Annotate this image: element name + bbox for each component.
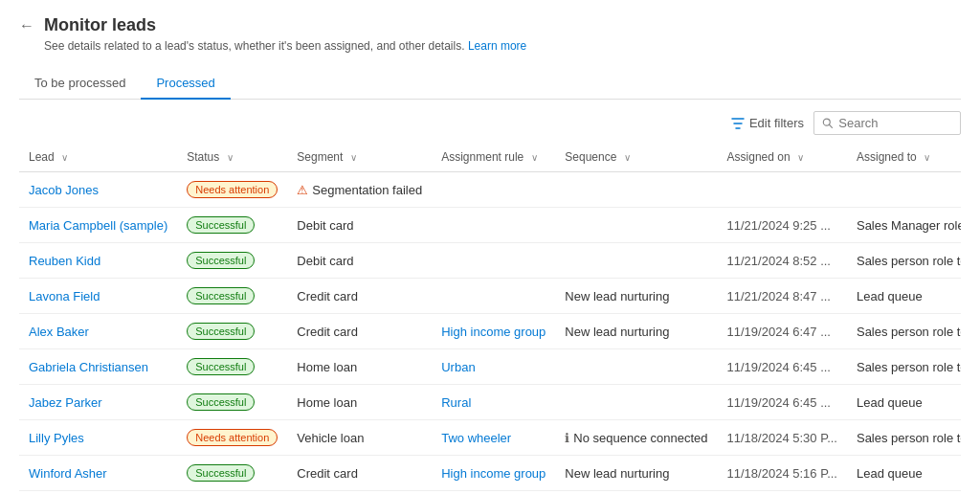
table-row: Maria Campbell (sample)SuccessfulDebit c… [19, 208, 961, 243]
search-icon [822, 117, 833, 129]
assigned-to-cell: Sales person role team [847, 349, 961, 385]
assigned-to-cell: Sales Manager role te... [847, 208, 961, 243]
assignment-rule-cell: High income group [432, 314, 555, 349]
svg-line-1 [829, 124, 832, 127]
learn-more-link[interactable]: Learn more [468, 39, 526, 53]
sequence-cell [555, 349, 717, 385]
search-box [813, 111, 961, 135]
segment-text: Credit card [287, 279, 432, 314]
status-badge: Successful [187, 323, 255, 340]
sort-icon-assigned-on: ∨ [797, 152, 804, 163]
status-badge: Successful [187, 287, 255, 304]
lead-link[interactable]: Jacob Jones [29, 183, 99, 197]
sequence-cell [555, 208, 717, 243]
status-badge: Needs attention [187, 181, 278, 198]
sort-icon-lead: ∨ [61, 152, 68, 163]
assigned-on-cell: 11/18/2024 5:30 P... [718, 420, 847, 456]
table-row: Lavona FieldSuccessfulCredit cardNew lea… [19, 279, 961, 314]
status-badge: Successful [187, 216, 255, 234]
sequence-cell: New lead nurturing [555, 456, 717, 491]
assignment-rule-cell: Urban [432, 349, 555, 385]
segment-text: Credit card [287, 314, 432, 349]
status-badge: Successful [187, 358, 255, 375]
sequence-cell [555, 172, 717, 208]
assigned-on-cell [718, 491, 847, 495]
assigned-to-cell: Lead queue [847, 279, 961, 314]
leads-table: Lead ∨ Status ∨ Segment ∨ Assignment rul… [19, 143, 961, 494]
table-header-row: Lead ∨ Status ∨ Segment ∨ Assignment rul… [19, 143, 961, 172]
page-header: ← Monitor leads [19, 15, 961, 35]
col-header-assigned-to[interactable]: Assigned to ∨ [847, 143, 961, 172]
col-header-assigned-on[interactable]: Assigned on ∨ [718, 143, 847, 172]
page-title: Monitor leads [44, 15, 156, 35]
segment-cell: ⚠Segmentation failed [287, 172, 432, 208]
col-header-lead[interactable]: Lead ∨ [19, 143, 177, 172]
segment-text: Debit card [287, 208, 432, 243]
back-button[interactable]: ← [19, 17, 34, 34]
assigned-to-cell [847, 172, 961, 208]
table-row: Alex BakerSuccessfulCredit cardHigh inco… [19, 314, 961, 349]
assigned-on-cell: 11/21/2024 8:52 ... [718, 243, 847, 279]
segment-text: Vehicle loan [287, 420, 432, 456]
sort-icon-assigned-to: ∨ [924, 152, 930, 163]
sort-icon-sequence: ∨ [624, 152, 631, 163]
assignment-rule-cell [432, 172, 555, 208]
table-row: Gabriela ChristiansenSuccessfulHome loan… [19, 349, 961, 385]
assigned-on-cell: 11/21/2024 9:25 ... [718, 208, 847, 243]
lead-link[interactable]: Lilly Pyles [29, 431, 84, 445]
assigned-to-cell [847, 491, 961, 495]
filter-icon [731, 117, 745, 130]
page-container: ← Monitor leads See details related to a… [0, 0, 980, 494]
sort-icon-segment: ∨ [350, 152, 357, 163]
assigned-on-cell: 11/19/2024 6:45 ... [718, 349, 847, 385]
lead-link[interactable]: Gabriela Christiansen [29, 360, 148, 374]
assigned-on-cell: 11/21/2024 8:47 ... [718, 279, 847, 314]
assigned-on-cell: 11/19/2024 6:45 ... [718, 385, 847, 420]
segment-text: Debit card [287, 243, 432, 279]
table-row: Jacob JonesNeeds attention⚠Segmentation … [19, 172, 961, 208]
assigned-on-cell: 11/19/2024 6:47 ... [718, 314, 847, 349]
lead-link[interactable]: Alex Baker [29, 325, 89, 339]
page-subtitle: See details related to a lead's status, … [44, 39, 961, 53]
table-container: Lead ∨ Status ∨ Segment ∨ Assignment rul… [19, 143, 961, 494]
table-row: Jabez ParkerSuccessfulHome loanRural11/1… [19, 385, 961, 420]
assignment-rule-cell: High income group [432, 456, 555, 491]
assigned-on-cell [718, 172, 847, 208]
sequence-cell: ℹNo sequence connected [555, 420, 717, 456]
assigned-to-cell: Sales person role team [847, 243, 961, 279]
lead-link[interactable]: Reuben Kidd [29, 254, 100, 268]
tab-processed[interactable]: Processed [141, 68, 230, 100]
col-header-status[interactable]: Status ∨ [177, 143, 287, 172]
lead-link[interactable]: Winford Asher [29, 466, 107, 481]
table-row: Lilly PylesNeeds attentionVehicle loanTw… [19, 420, 961, 456]
assigned-to-cell: Lead queue [847, 385, 961, 420]
table-row: Ivan CashinNeeds attention⚠Segmentation … [19, 491, 961, 495]
search-input[interactable] [838, 116, 952, 130]
status-badge: Successful [187, 464, 255, 482]
col-header-assignment[interactable]: Assignment rule ∨ [432, 143, 555, 172]
lead-link[interactable]: Lavona Field [29, 289, 100, 303]
table-row: Winford AsherSuccessfulCredit cardHigh i… [19, 456, 961, 491]
tab-to-be-processed[interactable]: To be processed [19, 68, 141, 100]
assignment-rule-cell: Rural [432, 385, 555, 420]
assigned-on-cell: 11/18/2024 5:16 P... [718, 456, 847, 491]
sequence-text: No sequence connected [573, 431, 707, 445]
status-badge: Successful [187, 393, 255, 411]
sequence-cell: New lead nurturing [555, 279, 717, 314]
info-icon: ℹ [565, 431, 569, 445]
lead-link[interactable]: Jabez Parker [29, 395, 102, 410]
warning-icon: ⚠ [297, 183, 308, 197]
col-header-sequence[interactable]: Sequence ∨ [555, 143, 717, 172]
sequence-cell [555, 385, 717, 420]
status-badge: Needs attention [187, 429, 278, 446]
sequence-cell [555, 491, 717, 495]
col-header-segment[interactable]: Segment ∨ [287, 143, 432, 172]
segment-text: Segmentation failed [312, 183, 422, 197]
sort-icon-status: ∨ [227, 152, 234, 163]
lead-link[interactable]: Maria Campbell (sample) [29, 218, 167, 233]
segment-text: Home loan [287, 349, 432, 385]
status-badge: Successful [187, 252, 255, 269]
segment-text: Credit card [287, 456, 432, 491]
edit-filters-button[interactable]: Edit filters [731, 116, 804, 130]
segment-text: Home loan [287, 385, 432, 420]
